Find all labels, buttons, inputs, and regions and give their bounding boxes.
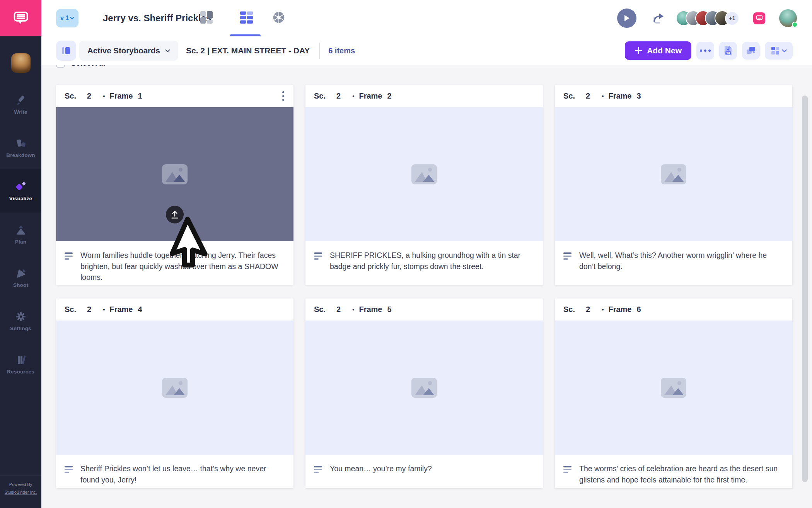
frame-description: Worm families huddle together, watching … — [80, 250, 283, 283]
frame-image-placeholder[interactable] — [305, 107, 543, 241]
sidebar-item-write[interactable]: Write — [0, 83, 41, 126]
upload-image-button[interactable] — [166, 206, 184, 223]
sidebar-item-visualize[interactable]: Visualize — [0, 169, 41, 213]
share-button[interactable] — [652, 12, 664, 24]
frame-image-placeholder[interactable] — [555, 320, 792, 455]
tab-mosaic-view[interactable] — [200, 11, 213, 26]
sidebar-item-settings[interactable]: Settings — [0, 299, 41, 343]
frame-description: The worms' cries of celebration are hear… — [579, 463, 782, 485]
frame-card-header: Sc. 2 • Frame 4 — [56, 298, 293, 320]
tab-grid-view-active[interactable] — [240, 11, 253, 26]
frame-number: 3 — [636, 92, 641, 101]
text-lines-icon — [314, 466, 322, 473]
bullet-separator: • — [103, 93, 105, 99]
scene-number: 2 — [87, 305, 91, 314]
grid-view-icon — [240, 11, 253, 24]
more-options-button[interactable] — [696, 42, 714, 60]
sidebar-item-breakdown[interactable]: Breakdown — [0, 126, 41, 169]
frame-menu-button[interactable] — [281, 90, 285, 102]
export-pdf-button[interactable]: PDF — [719, 42, 737, 60]
frame-description-block[interactable]: SHERIFF PRICKLES, a hulking groundhog wi… — [305, 241, 543, 285]
frame-image-placeholder[interactable] — [555, 107, 792, 241]
bullet-separator: • — [352, 306, 354, 313]
toolbar-divider — [319, 43, 320, 59]
frame-image-placeholder[interactable] — [56, 320, 293, 455]
image-placeholder-icon — [661, 164, 686, 184]
chevron-down-icon — [782, 49, 787, 53]
frame-card-4[interactable]: Sc. 2 • Frame 4 — [56, 298, 293, 488]
scene-prefix: Sc. — [314, 305, 326, 314]
frame-card-6[interactable]: Sc. 2 • Frame 6 — [555, 298, 792, 488]
diamonds-icon — [15, 181, 27, 193]
frame-card-header: Sc. 2 • Frame 3 — [555, 85, 792, 107]
frame-image-placeholder[interactable] — [56, 107, 293, 241]
share-arrow-icon — [652, 12, 664, 24]
company-link[interactable]: StudioBinder Inc. — [1, 489, 41, 496]
scene-prefix: Sc. — [65, 92, 76, 101]
frame-number: 6 — [636, 305, 641, 314]
online-status-dot — [792, 22, 798, 27]
frame-description-block[interactable]: Well, well. What’s this? Another worm wr… — [555, 241, 792, 285]
sidebar-item-shoot[interactable]: Shoot — [0, 256, 41, 299]
image-placeholder-icon — [162, 164, 188, 184]
toolbar-actions: Add New PDF — [625, 41, 793, 60]
frame-prefix: Frame — [109, 92, 133, 101]
studiobinder-logo[interactable] — [0, 0, 41, 36]
frame-description-block[interactable]: The worms' cries of celebration are hear… — [555, 455, 792, 488]
frame-prefix: Frame — [109, 305, 133, 314]
scene-number: 2 — [586, 92, 590, 101]
sidebar-item-label: Visualize — [9, 196, 32, 201]
powered-by-text: Powered By — [1, 481, 41, 489]
studiobinder-chat-button[interactable] — [753, 12, 765, 24]
frame-card-3[interactable]: Sc. 2 • Frame 3 — [555, 85, 792, 285]
speech-bubble-logo-icon — [12, 10, 29, 27]
scene-heading: Sc. 2 | EXT. MAIN STREET - DAY — [186, 46, 310, 55]
frame-description-block[interactable]: You mean… you’re my family? — [305, 455, 543, 488]
panel-toggle-button[interactable] — [56, 41, 76, 61]
frame-number: 2 — [387, 92, 391, 101]
bullet-separator: • — [602, 306, 604, 313]
project-thumbnail[interactable] — [11, 53, 31, 73]
sidebar-item-resources[interactable]: Resources — [0, 343, 41, 386]
plus-icon — [635, 47, 642, 55]
sidebar-item-plan[interactable]: Plan — [0, 213, 41, 256]
frame-description-block[interactable]: Worm families huddle together, watching … — [56, 241, 293, 285]
frame-description-block[interactable]: Sheriff Prickles won’t let us leave… tha… — [56, 455, 293, 488]
user-avatar[interactable] — [779, 9, 797, 27]
collaborator-avatars[interactable]: +1 — [676, 10, 739, 26]
library-icon — [15, 354, 27, 366]
vertical-scrollbar[interactable] — [802, 95, 808, 482]
scene-prefix: Sc. — [65, 305, 76, 314]
frame-card-1[interactable]: Sc. 2 • Frame 1 — [56, 85, 293, 285]
main-area: v 1 Jerry vs. Sheriff Prickles — [41, 0, 812, 508]
bullet-separator: • — [352, 93, 354, 99]
frame-card-5[interactable]: Sc. 2 • Frame 5 — [305, 298, 543, 488]
frame-prefix: Frame — [608, 305, 631, 314]
active-tab-indicator — [230, 34, 261, 36]
more-collaborators-badge[interactable]: +1 — [725, 11, 739, 26]
tab-shotlist-view[interactable] — [273, 11, 285, 25]
frame-image-placeholder[interactable] — [305, 320, 543, 455]
add-new-button[interactable]: Add New — [625, 41, 691, 60]
page-title: Jerry vs. Sheriff Prickles — [103, 13, 211, 24]
layout-options-button[interactable] — [765, 42, 793, 60]
sidebar-footer: Powered By StudioBinder Inc. — [0, 476, 41, 508]
text-lines-icon — [563, 466, 571, 473]
bullet-separator: • — [103, 306, 105, 313]
comments-button[interactable] — [742, 42, 760, 60]
frame-description: Well, well. What’s this? Another worm wr… — [579, 250, 782, 272]
storyboards-dropdown[interactable]: Active Storyboards — [79, 41, 178, 61]
bullet-separator: • — [602, 93, 604, 99]
image-placeholder-icon — [411, 164, 437, 184]
image-placeholder-icon — [411, 378, 437, 398]
frame-card-2[interactable]: Sc. 2 • Frame 2 — [305, 85, 543, 285]
scene-number: 2 — [87, 92, 91, 101]
sidebar: Write Breakdown Visualize — [0, 0, 41, 508]
text-lines-icon — [65, 466, 73, 473]
version-dropdown[interactable]: v 1 — [56, 9, 78, 27]
sidebar-item-label: Resources — [7, 369, 34, 375]
version-label: v 1 — [60, 15, 69, 22]
play-button[interactable] — [617, 9, 636, 28]
frame-description: You mean… you’re my family? — [330, 463, 432, 474]
chevron-down-icon — [70, 17, 74, 20]
